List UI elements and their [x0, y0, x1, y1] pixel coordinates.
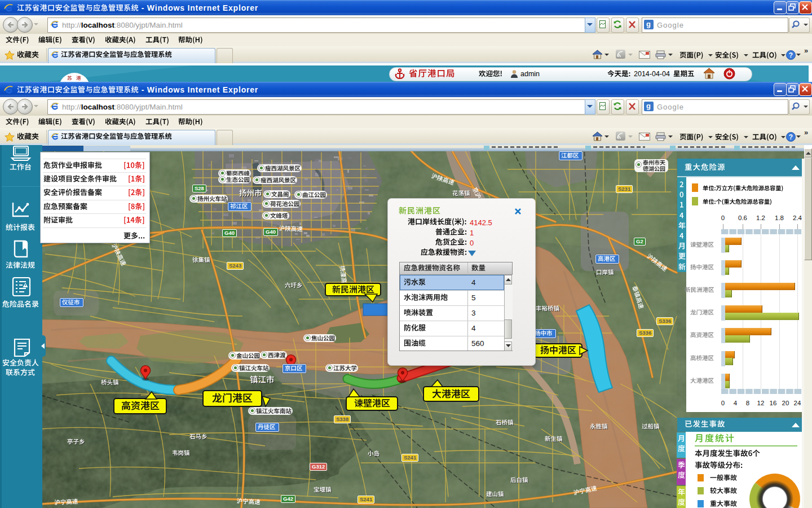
svg-text:?: ?	[789, 133, 793, 141]
svg-text:?: ?	[789, 51, 793, 59]
